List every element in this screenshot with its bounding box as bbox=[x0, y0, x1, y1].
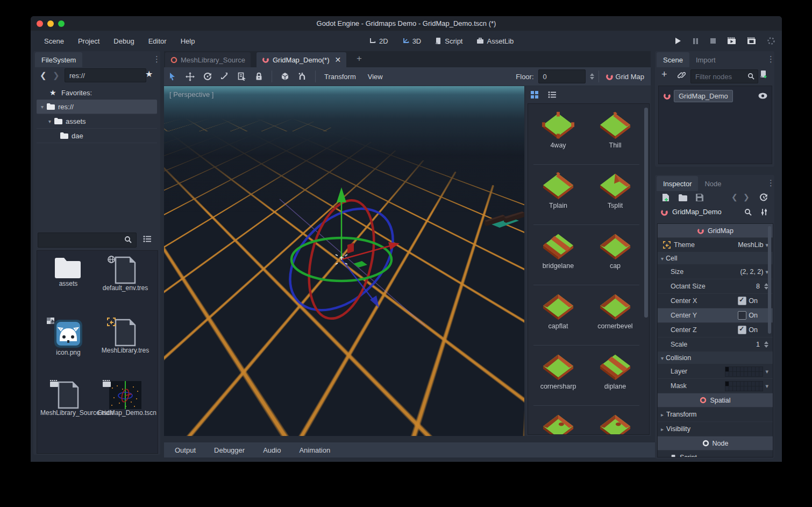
mesh-item-capflat[interactable]: capflat bbox=[530, 292, 586, 330]
inspector-scrollbar[interactable] bbox=[768, 226, 771, 334]
mesh-item-diplane[interactable]: diplane bbox=[587, 353, 643, 390]
rotate-tool-button[interactable] bbox=[199, 72, 216, 81]
chevron-down-icon[interactable]: ▾ bbox=[765, 368, 768, 375]
mesh-item-cornerbevel[interactable]: cornerbevel bbox=[587, 292, 643, 330]
tab-inspector[interactable]: Inspector bbox=[657, 176, 698, 191]
save-resource-button[interactable] bbox=[696, 194, 703, 201]
file-gridmap-demo[interactable]: GridMap_Demo.tscn bbox=[97, 381, 153, 417]
mesh-item-partial[interactable] bbox=[587, 413, 643, 435]
mesh-item-tplain[interactable]: Tplain bbox=[530, 172, 586, 209]
checkbox-checked[interactable] bbox=[738, 297, 746, 305]
search-properties-icon[interactable] bbox=[744, 208, 752, 216]
transform-menu[interactable]: Transform bbox=[320, 73, 360, 81]
lock-tool-button[interactable] bbox=[251, 72, 267, 81]
group-collision[interactable]: ▾Collision bbox=[658, 352, 773, 364]
visibility-eye-icon[interactable] bbox=[758, 93, 767, 99]
mesh-item-4way[interactable]: 4way bbox=[530, 111, 586, 149]
tab-scene[interactable]: Scene bbox=[657, 52, 689, 67]
list-view-toggle[interactable] bbox=[548, 91, 557, 98]
mode-script-button[interactable]: Script bbox=[430, 37, 467, 45]
play-scene-button[interactable] bbox=[727, 37, 736, 45]
file-assets[interactable]: assets bbox=[40, 256, 96, 288]
filesystem-menu-icon[interactable]: ⋮ bbox=[153, 54, 161, 64]
path-field[interactable]: res:// bbox=[65, 68, 146, 82]
property-octant-size[interactable]: Octant Size 8 bbox=[658, 279, 773, 294]
manage-object-properties-icon[interactable] bbox=[760, 208, 768, 216]
menu-project[interactable]: Project bbox=[71, 37, 106, 45]
collapse-icon[interactable]: ▾ bbox=[37, 118, 51, 124]
tab-import[interactable]: Import bbox=[689, 52, 722, 67]
view-menu[interactable]: View bbox=[364, 73, 387, 81]
stop-button[interactable] bbox=[710, 38, 716, 44]
minimize-window-button[interactable] bbox=[47, 20, 54, 27]
close-window-button[interactable] bbox=[37, 20, 43, 27]
floor-spinbox[interactable]: 0 bbox=[538, 69, 586, 83]
file-meshlibrary-source[interactable]: MeshLibrary_Source.tscn bbox=[40, 381, 96, 417]
instance-scene-icon[interactable] bbox=[678, 71, 686, 79]
history-forward-button[interactable]: ❯ bbox=[743, 193, 750, 201]
file-meshlibrary-tres[interactable]: MeshLibrary.tres bbox=[97, 319, 153, 355]
add-node-button[interactable]: + bbox=[661, 69, 667, 80]
inspector-menu-icon[interactable]: ⋮ bbox=[767, 178, 774, 188]
layer-grid[interactable] bbox=[725, 381, 763, 391]
menu-debug[interactable]: Debug bbox=[106, 37, 141, 45]
spinner-arrows[interactable] bbox=[764, 341, 768, 348]
scene-tab-meshlibrary-source[interactable]: MeshLibrary_Source bbox=[165, 52, 251, 67]
mesh-item-tsplit[interactable]: Tsplit bbox=[587, 172, 643, 209]
play-button[interactable] bbox=[674, 37, 681, 45]
new-tab-button[interactable]: + bbox=[357, 53, 362, 64]
bottom-tab-audio[interactable]: Audio bbox=[263, 446, 281, 454]
file-list-view-toggle[interactable] bbox=[143, 235, 152, 243]
filter-nodes-input[interactable]: Filter nodes bbox=[690, 69, 758, 83]
menu-scene[interactable]: Scene bbox=[37, 37, 71, 45]
file-search-input[interactable] bbox=[38, 233, 137, 248]
checkbox-unchecked[interactable] bbox=[738, 311, 746, 320]
checkbox-checked[interactable] bbox=[738, 326, 746, 334]
file-icon-png[interactable]: icon.png bbox=[40, 319, 96, 357]
tree-item-res[interactable]: ▾ res:// bbox=[37, 100, 157, 114]
menu-help[interactable]: Help bbox=[174, 37, 202, 45]
scene-tab-gridmap-demo[interactable]: GridMap_Demo(*) ✕ bbox=[257, 52, 346, 67]
chevron-down-icon[interactable]: ▾ bbox=[765, 383, 768, 390]
mesh-item-cap[interactable]: cap bbox=[587, 232, 643, 270]
scale-tool-button[interactable] bbox=[216, 72, 233, 81]
floor-spinner-arrows[interactable] bbox=[590, 73, 594, 80]
layer-grid[interactable] bbox=[725, 367, 763, 377]
transform-gizmo[interactable] bbox=[164, 86, 524, 436]
attach-script-button[interactable] bbox=[759, 70, 768, 79]
property-theme[interactable]: Theme MeshLib▾ bbox=[658, 238, 773, 252]
tree-item-dae[interactable]: dae bbox=[37, 129, 157, 143]
group-transform[interactable]: ▸Transform bbox=[658, 407, 773, 422]
mesh-item-partial[interactable] bbox=[530, 413, 586, 435]
tree-favorites[interactable]: ★ Favorites: bbox=[37, 86, 157, 100]
property-center-y[interactable]: Center Y On bbox=[658, 308, 773, 323]
nav-back-button[interactable]: ❮ bbox=[40, 71, 47, 80]
mesh-display-button[interactable] bbox=[276, 72, 294, 81]
close-tab-icon[interactable]: ✕ bbox=[334, 55, 341, 64]
mode-2d-button[interactable]: 2D bbox=[364, 37, 393, 45]
select-tool-button[interactable] bbox=[164, 72, 181, 81]
property-center-x[interactable]: Center X On bbox=[658, 294, 773, 308]
bottom-tab-animation[interactable]: Animation bbox=[299, 446, 330, 454]
property-center-z[interactable]: Center Z On bbox=[658, 323, 773, 337]
nav-forward-button[interactable]: ❯ bbox=[53, 71, 60, 80]
load-resource-button[interactable] bbox=[679, 194, 687, 201]
snap-toggle-button[interactable] bbox=[294, 72, 311, 81]
property-collision-layer[interactable]: Layer ▾ bbox=[658, 364, 773, 379]
property-size[interactable]: Size (2, 2, 2)▾ bbox=[658, 265, 773, 279]
property-script[interactable]: Script bbox=[658, 450, 773, 457]
favorite-star-button[interactable]: ★ bbox=[145, 69, 153, 79]
file-default-env[interactable]: default_env.tres bbox=[97, 256, 153, 292]
object-history-button[interactable] bbox=[759, 193, 768, 202]
tab-node[interactable]: Node bbox=[698, 176, 728, 191]
menu-editor[interactable]: Editor bbox=[141, 37, 174, 45]
palette-scrollbar[interactable] bbox=[644, 108, 648, 318]
tab-filesystem[interactable]: FileSystem bbox=[35, 52, 82, 67]
pause-button[interactable] bbox=[692, 38, 699, 45]
property-collision-mask[interactable]: Mask ▾ bbox=[658, 379, 773, 393]
zoom-window-button[interactable] bbox=[58, 20, 65, 27]
tree-item-assets[interactable]: ▾ assets bbox=[37, 114, 157, 129]
viewport-3d[interactable]: [ Perspective ] bbox=[164, 86, 524, 436]
mode-3d-button[interactable]: 3D bbox=[397, 37, 426, 45]
history-back-button[interactable]: ❮ bbox=[731, 193, 738, 201]
